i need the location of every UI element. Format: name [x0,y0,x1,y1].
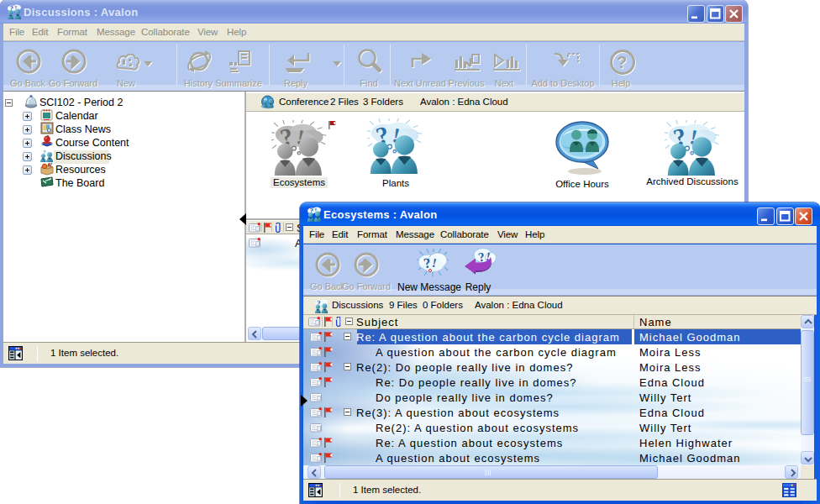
svg-text:?: ? [43,149,46,155]
svg-text:?: ? [617,53,627,71]
